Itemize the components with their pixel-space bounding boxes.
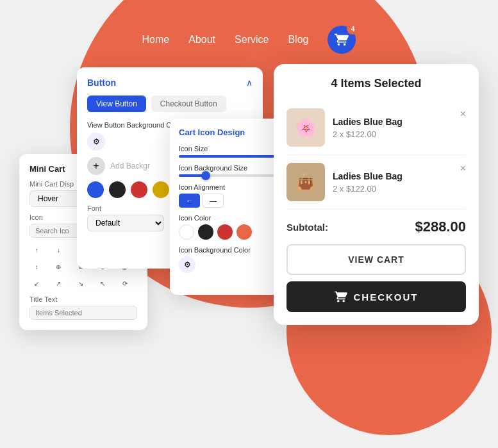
- font-select[interactable]: Default: [87, 215, 164, 231]
- button-panel-header: Button ∧: [87, 78, 253, 88]
- icon-cell[interactable]: ↖: [95, 276, 110, 290]
- cart-item: 🌸 Ladies Blue Bag 2 x $122.00 ×: [286, 101, 466, 155]
- title-text-label: Title Text: [29, 295, 137, 303]
- checkout-cart-icon: [335, 290, 347, 303]
- cart-popup-title: 4 Items Selected: [286, 77, 466, 90]
- cart-item: 👜 Ladies Blue Bag 2 x $122.00 ×: [286, 155, 466, 210]
- color-black[interactable]: [198, 224, 213, 240]
- color-coral[interactable]: [237, 224, 252, 240]
- add-background-label: Add Backgr: [110, 162, 150, 170]
- icon-cell[interactable]: ↕: [29, 260, 44, 274]
- color-red[interactable]: [217, 224, 233, 240]
- color-dot-blue[interactable]: [87, 181, 104, 198]
- cart-item-info: Ladies Blue Bag 2 x $122.00: [333, 171, 403, 194]
- cart-popup: 4 Items Selected 🌸 Ladies Blue Bag 2 x $…: [274, 64, 479, 325]
- icon-cell[interactable]: ⟳: [118, 276, 132, 290]
- checkout-button[interactable]: CHECKOUT: [286, 281, 466, 312]
- cart-badge: 4: [347, 23, 358, 35]
- cart-icon: [335, 33, 349, 47]
- subtotal-label: Subtotal:: [286, 222, 328, 233]
- tab-view-button[interactable]: View Button: [87, 95, 146, 112]
- icon-cell[interactable]: ↙: [29, 276, 44, 290]
- tab-checkout-button[interactable]: Checkout Button: [151, 95, 226, 112]
- checkout-label: CHECKOUT: [354, 292, 419, 303]
- settings-icon[interactable]: ⚙: [87, 133, 105, 151]
- nav-blog[interactable]: Blog: [288, 34, 308, 46]
- color-dot-red[interactable]: [131, 181, 147, 198]
- cart-item-description: 2 x $122.00: [333, 129, 403, 139]
- color-dot-black[interactable]: [109, 181, 126, 198]
- nav-service[interactable]: Service: [235, 34, 269, 46]
- title-text-input[interactable]: [29, 306, 137, 320]
- cart-item-image: 👜: [286, 163, 325, 201]
- icon-cell[interactable]: ↑: [29, 243, 44, 257]
- cart-item-description: 2 x $122.00: [333, 184, 403, 194]
- subtotal-row: Subtotal: $288.00: [286, 210, 466, 244]
- cart-button[interactable]: 4: [328, 26, 356, 54]
- icon-cell[interactable]: ↘: [74, 276, 88, 290]
- remove-item-button[interactable]: ×: [460, 108, 466, 120]
- align-left-btn[interactable]: ←: [179, 194, 200, 208]
- navbar: Home About Service Blog 4: [142, 26, 356, 54]
- icon-cell[interactable]: ⊕: [51, 260, 65, 274]
- subtotal-amount: $288.00: [415, 219, 466, 235]
- icon-bg-color-picker[interactable]: ⚙: [179, 256, 195, 273]
- align-center-btn[interactable]: —: [203, 194, 224, 208]
- cart-item-name: Ladies Blue Bag: [333, 171, 403, 181]
- nav-about[interactable]: About: [188, 34, 215, 46]
- icon-cell[interactable]: ↗: [51, 276, 65, 290]
- cart-item-name: Ladies Blue Bag: [333, 117, 403, 127]
- color-dot-gold[interactable]: [153, 181, 169, 198]
- button-tabs: View Button Checkout Button: [87, 95, 253, 112]
- cart-item-image: 🌸: [286, 108, 325, 147]
- nav-home[interactable]: Home: [142, 34, 170, 46]
- cart-item-info: Ladies Blue Bag 2 x $122.00: [333, 117, 403, 139]
- remove-item-button[interactable]: ×: [460, 163, 466, 174]
- add-background-btn[interactable]: +: [87, 157, 105, 175]
- chevron-up-icon[interactable]: ∧: [246, 78, 253, 88]
- color-white[interactable]: [179, 224, 194, 240]
- icon-cell[interactable]: ↓: [51, 243, 65, 257]
- view-cart-button[interactable]: VIEW CART: [286, 244, 466, 275]
- button-panel-title: Button: [87, 78, 116, 88]
